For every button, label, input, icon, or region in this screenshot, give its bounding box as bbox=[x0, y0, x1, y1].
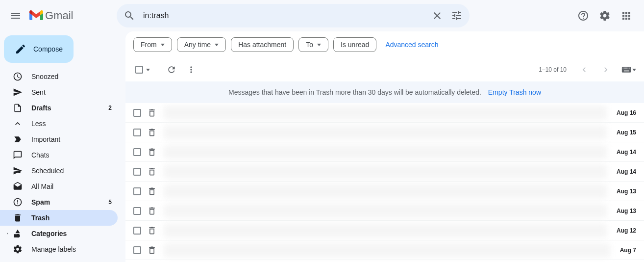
message-row[interactable]: Aug 15 bbox=[125, 123, 644, 142]
spam-icon-wrap bbox=[13, 197, 23, 207]
message-preview-redacted bbox=[164, 165, 607, 179]
sidebar-item-manage-labels[interactable]: Manage labels bbox=[0, 241, 118, 257]
gmail-logo[interactable]: Gmail bbox=[27, 9, 117, 22]
filter-any-time[interactable]: Any time bbox=[177, 37, 226, 52]
sidebar-item-label: Scheduled bbox=[31, 167, 112, 175]
select-all[interactable] bbox=[133, 64, 152, 76]
prev-page-button[interactable] bbox=[574, 60, 594, 79]
message-row[interactable]: Aug 12 bbox=[125, 221, 644, 240]
allmail-icon bbox=[13, 182, 23, 191]
sidebar-item-label: Important bbox=[31, 135, 112, 143]
message-preview-redacted bbox=[164, 204, 607, 218]
refresh-button[interactable] bbox=[162, 60, 181, 79]
message-checkbox[interactable] bbox=[133, 168, 141, 176]
message-row[interactable]: Aug 16 bbox=[125, 103, 644, 123]
search-button[interactable] bbox=[120, 6, 139, 26]
sidebar-item-categories[interactable]: Categories bbox=[0, 226, 118, 241]
chevron-up-icon-wrap bbox=[13, 119, 23, 129]
compose-label: Compose bbox=[33, 45, 63, 53]
sidebar-item-label: Trash bbox=[31, 214, 112, 222]
message-checkbox[interactable] bbox=[133, 109, 141, 117]
message-date: Aug 14 bbox=[617, 149, 636, 156]
svg-rect-1 bbox=[623, 68, 624, 69]
trash-icon bbox=[13, 213, 23, 223]
apps-button[interactable] bbox=[617, 6, 636, 26]
message-checkbox[interactable] bbox=[133, 207, 141, 215]
more-button[interactable] bbox=[181, 60, 201, 79]
sidebar-item-trash[interactable]: Trash bbox=[0, 210, 118, 226]
svg-rect-7 bbox=[624, 71, 629, 72]
filter-has-attachment[interactable]: Has attachment bbox=[231, 37, 294, 52]
sidebar-item-spam[interactable]: Spam5 bbox=[0, 194, 118, 210]
message-date: Aug 12 bbox=[617, 227, 636, 234]
message-checkbox[interactable] bbox=[133, 148, 141, 156]
trash-icon bbox=[147, 245, 157, 255]
sidebar-item-chats[interactable]: Chats bbox=[0, 147, 118, 163]
sidebar-item-snoozed[interactable]: Snoozed bbox=[0, 69, 118, 84]
message-date: Aug 16 bbox=[617, 109, 636, 116]
message-row[interactable]: Aug 7 bbox=[125, 240, 644, 260]
filter-from-label: From bbox=[141, 41, 157, 49]
sidebar-item-label: Sent bbox=[31, 88, 112, 96]
pencil-icon bbox=[15, 43, 26, 55]
message-checkbox[interactable] bbox=[133, 227, 141, 235]
filter-from[interactable]: From bbox=[133, 37, 172, 52]
sidebar-item-scheduled[interactable]: Scheduled bbox=[0, 163, 118, 179]
svg-rect-3 bbox=[625, 68, 626, 69]
input-tools-button[interactable] bbox=[621, 66, 636, 73]
header: Gmail bbox=[0, 0, 644, 31]
select-all-checkbox[interactable] bbox=[135, 66, 143, 74]
chevron-down-icon bbox=[161, 44, 165, 46]
message-date: Aug 13 bbox=[617, 208, 636, 214]
sidebar-item-less[interactable]: Less bbox=[0, 116, 118, 131]
gear-icon bbox=[599, 10, 611, 22]
sidebar-item-important[interactable]: Important bbox=[0, 131, 118, 147]
settings-icon-wrap bbox=[13, 244, 23, 254]
categories-icon-wrap bbox=[13, 229, 23, 238]
message-checkbox[interactable] bbox=[133, 129, 141, 136]
trash-icon bbox=[147, 128, 157, 137]
search-options-button[interactable] bbox=[447, 6, 467, 26]
svg-rect-6 bbox=[629, 68, 630, 69]
search-input[interactable] bbox=[139, 11, 427, 20]
content-area: From Any time Has attachment To Is unrea… bbox=[125, 31, 644, 262]
chevron-down-icon bbox=[632, 69, 636, 71]
sidebar-item-label: Manage labels bbox=[31, 245, 112, 253]
message-row[interactable]: Aug 13 bbox=[125, 201, 644, 221]
sidebar-item-sent[interactable]: Sent bbox=[0, 84, 118, 100]
settings-button[interactable] bbox=[595, 6, 615, 26]
message-checkbox[interactable] bbox=[133, 187, 141, 195]
sidebar-item-label: Less bbox=[31, 120, 112, 128]
message-row[interactable]: Aug 14 bbox=[125, 142, 644, 162]
filter-to[interactable]: To bbox=[298, 37, 328, 52]
sidebar-item-all-mail[interactable]: All Mail bbox=[0, 179, 118, 194]
chat-icon bbox=[13, 150, 23, 160]
trash-icon-wrap bbox=[13, 213, 23, 223]
sidebar-item-count: 5 bbox=[108, 199, 112, 206]
send-icon-wrap bbox=[13, 87, 23, 97]
gmail-logo-icon bbox=[29, 10, 43, 21]
trash-icon bbox=[147, 206, 157, 216]
header-actions bbox=[573, 6, 640, 26]
sidebar-item-label: Spam bbox=[31, 198, 108, 206]
support-button[interactable] bbox=[573, 6, 593, 26]
clear-search-button[interactable] bbox=[427, 6, 447, 26]
next-page-button[interactable] bbox=[596, 60, 616, 79]
tune-icon bbox=[451, 10, 463, 22]
compose-button[interactable]: Compose bbox=[4, 35, 74, 63]
filter-is-unread[interactable]: Is unread bbox=[333, 37, 376, 52]
sidebar-item-drafts[interactable]: Drafts2 bbox=[0, 100, 118, 116]
message-row[interactable]: Aug 14 bbox=[125, 162, 644, 182]
main-layout: Compose SnoozedSentDrafts2LessImportantC… bbox=[0, 31, 644, 262]
advanced-search-link[interactable]: Advanced search bbox=[385, 41, 438, 49]
pagination-text: 1–10 of 10 bbox=[539, 66, 567, 73]
filter-bar: From Any time Has attachment To Is unrea… bbox=[125, 31, 644, 58]
empty-trash-link[interactable]: Empty Trash now bbox=[488, 88, 541, 96]
message-checkbox[interactable] bbox=[133, 246, 141, 254]
message-row[interactable]: Aug 13 bbox=[125, 182, 644, 201]
trash-icon bbox=[147, 147, 157, 157]
main-menu-button[interactable] bbox=[4, 4, 27, 27]
trash-icon bbox=[147, 108, 157, 118]
chevron-up-icon bbox=[13, 119, 23, 129]
message-date: Aug 15 bbox=[617, 129, 636, 136]
